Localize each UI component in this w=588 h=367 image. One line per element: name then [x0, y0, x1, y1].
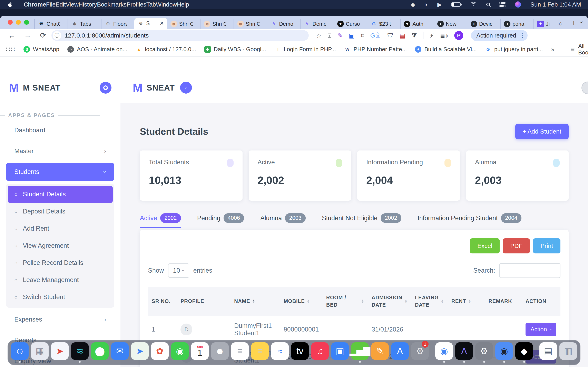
dock-item-camo-camera-app[interactable]: ◉ [495, 342, 513, 363]
browser-tab[interactable]: ϟ Demo [300, 19, 333, 29]
spotlight-icon[interactable] [486, 3, 490, 6]
dock-app-icon[interactable]: ✿ [151, 342, 169, 360]
bookmark-item[interactable]: 3 WhatsApp [24, 46, 59, 53]
dock-item-audio-wave-app[interactable]: ≋ [71, 342, 89, 363]
sidebar-pin-toggle[interactable] [100, 82, 112, 94]
browser-tab[interactable]: ⊕ S ✕ [134, 18, 167, 29]
dock-app-icon[interactable]: ☻ [211, 342, 229, 360]
screenshot-extension-icon[interactable]: ⌗ [361, 32, 364, 39]
sort-arrows-icon[interactable]: ▲▼ [405, 299, 408, 303]
sidebar-nav-item[interactable]: Master › [6, 142, 114, 160]
menu-bar-item[interactable]: Tab [146, 1, 156, 8]
bookmark-item[interactable]: ▲ localhost / 127.0.0... [136, 46, 196, 53]
table-column-header[interactable]: NAME ▲▼ [231, 287, 280, 316]
browser-tab[interactable]: ◖ New [434, 19, 467, 29]
dock-app-icon[interactable]: ♫ [311, 342, 329, 360]
profile-avatar-partial[interactable] [581, 82, 588, 94]
dock-item-launchpad[interactable]: ▦ [31, 342, 49, 363]
dock-app-icon[interactable]: ➤ [51, 342, 69, 360]
sidebar-sub-item[interactable]: ○ Switch Student [8, 289, 113, 306]
dock-app-icon[interactable]: tv [291, 342, 309, 360]
browser-tab[interactable]: ☻ Shri G [233, 19, 267, 29]
browser-tab[interactable]: G $23 t [367, 19, 400, 29]
browser-tab[interactable]: ◖ Devic [467, 19, 500, 29]
sort-arrows-icon[interactable]: ▲▼ [468, 299, 471, 303]
menu-bar-item[interactable]: History [79, 1, 97, 8]
browser-tab[interactable]: ⊕ Tabs [68, 19, 101, 29]
table-column-header[interactable]: LEAVING DATE ▲▼ [411, 287, 448, 316]
browser-tab[interactable]: ❋ ChatG [34, 19, 68, 29]
zoom-window-button[interactable] [24, 20, 29, 25]
bookmark-item[interactable]: W PHP Number Patte... [344, 46, 407, 53]
control-center-icon[interactable] [499, 2, 506, 7]
dock-app-icon[interactable]: ▦ [31, 342, 49, 360]
extensions-puzzle-icon[interactable]: ⧩ [411, 32, 417, 39]
browser-tab[interactable]: ✦ Ji ♪) [534, 19, 567, 29]
sidebar-sub-item[interactable]: ○ Police Record Details [8, 254, 113, 271]
dock-item-maps[interactable]: ➤ [131, 342, 149, 363]
browser-tab[interactable]: ▼ Curso [334, 19, 367, 29]
devtool-extension-icon[interactable]: ▤ [399, 32, 405, 39]
dock-item-app-store[interactable]: A [391, 342, 409, 363]
dock-item-safari[interactable]: ➤ [51, 342, 69, 363]
table-column-header[interactable]: PROFILE [177, 287, 231, 316]
dock-item-system-settings[interactable]: 1 ⚙ [411, 342, 429, 363]
sidebar-sub-item[interactable]: ○ View Agreement [8, 237, 113, 254]
dock-item-mail[interactable]: ✉ [111, 342, 129, 363]
table-column-header[interactable]: REMARK [485, 287, 522, 316]
status-filter-tab[interactable]: Student Not Eligible 2002 [322, 213, 401, 228]
site-info-icon[interactable]: ⓘ [53, 31, 61, 40]
table-column-header[interactable]: ADMISSION DATE ▲▼ [368, 287, 411, 316]
browser-tab[interactable]: ☻ Shri G [200, 19, 233, 29]
menu-bar-item[interactable]: View [66, 1, 78, 8]
bookmark-item[interactable]: ✚ Daily WBS - Googl... [204, 46, 266, 53]
dock-item-finder[interactable]: ☺ [11, 342, 29, 363]
pen-extension-icon[interactable]: ✎ [337, 32, 343, 39]
tab-search-chevron-icon[interactable]: › [578, 21, 585, 23]
new-tab-button[interactable]: + [567, 18, 581, 29]
dock-app-icon[interactable]: ◉ [171, 342, 189, 360]
play-status-icon[interactable]: ▶ [437, 1, 442, 8]
dock-app-icon[interactable]: ✎ [371, 342, 389, 360]
table-column-header[interactable]: MOBILE ▲▼ [280, 287, 322, 316]
dock-app-icon[interactable]: ⚙ [475, 342, 493, 360]
export-button[interactable]: Excel [470, 238, 500, 253]
dock-item-pages[interactable]: ✎ [371, 342, 389, 363]
gem-status-icon[interactable]: ◈ [411, 1, 415, 8]
status-filter-tab[interactable]: Alumna 2003 [260, 213, 305, 228]
all-bookmarks-button[interactable]: ▤ All Bookmarks [563, 43, 588, 56]
dock-app-icon[interactable]: Λ [455, 342, 473, 360]
entries-select[interactable]: 10 › [168, 263, 189, 278]
dock-app-icon[interactable]: ≋ [71, 342, 89, 360]
reload-button[interactable]: ⟳ [37, 31, 49, 40]
apple-menu-icon[interactable] [7, 1, 13, 8]
table-column-header[interactable]: ROOM / BED ▲▼ [323, 287, 368, 316]
status-filter-tab[interactable]: Pending 4006 [197, 213, 244, 228]
dock-item-numbers[interactable]: ▂▅▇ [351, 342, 369, 363]
sort-arrows-icon[interactable]: ▲▼ [441, 299, 444, 303]
back-button[interactable]: ← [5, 31, 19, 40]
menu-bar-item[interactable]: Edit [56, 1, 66, 8]
dock-app-icon[interactable]: ➤ [131, 342, 149, 360]
shield-extension-icon[interactable]: 🛡 [387, 32, 393, 39]
siri-icon[interactable] [515, 1, 521, 8]
action-required-pill[interactable]: Action required ⋮ [471, 30, 527, 41]
dock-item-downloads-stack[interactable]: ▤ [539, 342, 557, 363]
menu-bar-item[interactable]: Chrome [24, 1, 46, 8]
dock-app-icon[interactable]: ▂▅▇ [351, 342, 369, 360]
translate-icon[interactable]: G文 [370, 31, 381, 40]
dock-app-icon[interactable] [432, 343, 432, 362]
tab-audio-icon[interactable]: ♪) [558, 21, 562, 26]
sidebar-sub-item[interactable]: ○ Deposit Details [8, 203, 113, 220]
dock-app-icon[interactable]: ◆ [515, 342, 533, 360]
pip-extension-icon[interactable]: ▣ [349, 32, 355, 39]
search-input[interactable] [499, 263, 561, 278]
dock-item-apple-tv[interactable]: tv [291, 342, 309, 363]
browser-tab[interactable]: ▼ Auth [400, 19, 433, 29]
sidebar-nav-item[interactable]: Students › [6, 163, 114, 181]
dock-item-notes[interactable]: ≡ [251, 342, 269, 363]
bookmark-item[interactable]: ◔ AOS - Animate on... [67, 46, 127, 53]
chrome-menu-icon[interactable]: ⋮ [519, 32, 525, 39]
sort-arrows-icon[interactable]: ▲▼ [252, 299, 255, 303]
sidebar-sub-item[interactable]: ○ Leave Management [8, 271, 113, 289]
